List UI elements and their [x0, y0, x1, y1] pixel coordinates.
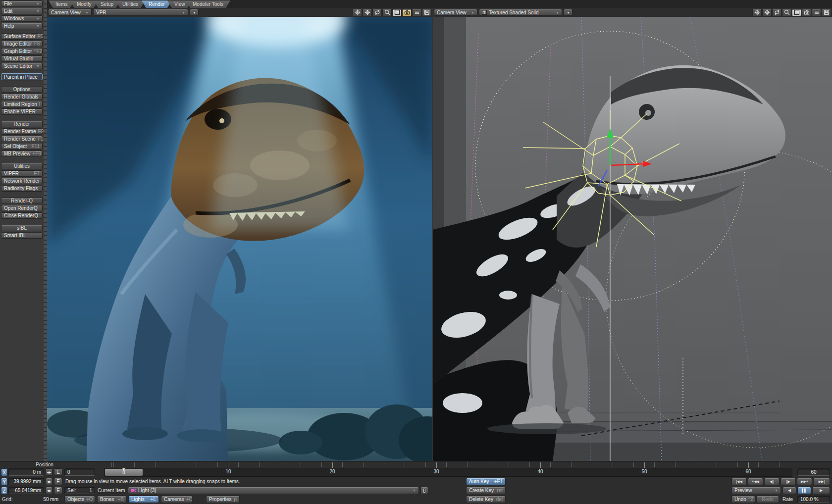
item-properties-icon[interactable]	[420, 487, 428, 494]
opengl-viewport[interactable]	[433, 17, 832, 461]
virtual-studio-button[interactable]: Virtual Studio	[1, 55, 43, 62]
maximize-icon[interactable]	[792, 9, 801, 16]
close-renderq-button[interactable]: Close RenderQ	[1, 212, 43, 219]
go-to-start-button[interactable]: |◀◀	[731, 478, 747, 485]
prev-key-button[interactable]: +◀◀	[748, 478, 763, 485]
position-z-field[interactable]: -65.0419mm	[8, 487, 44, 494]
camera-icon[interactable]	[802, 9, 811, 16]
edit-menu[interactable]: Edit▼	[1, 8, 43, 14]
selection-count-field[interactable]: Sel:1	[64, 487, 95, 494]
render-frame-button[interactable]: Render FrameF9	[1, 128, 43, 135]
axis-y-button[interactable]: Y	[1, 478, 7, 486]
save-icon[interactable]	[822, 9, 831, 16]
stepper-icon[interactable]: ◀▶	[46, 487, 52, 494]
tab-modeler-tools[interactable]: Modeler Tools	[186, 0, 230, 8]
network-render-button[interactable]: Network Render	[1, 178, 43, 184]
rate-field[interactable]: 100.0 %	[797, 496, 830, 503]
menu-icon[interactable]	[412, 9, 421, 16]
step-back-button[interactable]: ◀||	[764, 478, 780, 485]
left-viewport-icons	[353, 9, 431, 16]
current-frame-field[interactable]: 0	[64, 468, 95, 476]
objects-button[interactable]: Objects+O	[64, 496, 95, 503]
tab-utilities[interactable]: Utilities	[115, 0, 145, 8]
windows-menu[interactable]: Windows▼	[1, 15, 43, 22]
move-icon[interactable]	[363, 9, 372, 16]
go-to-end-button[interactable]: ▶▶|	[813, 478, 830, 485]
undo-button[interactable]: Undo^Z	[731, 496, 755, 503]
position-y-field[interactable]: 39.9992 mm	[8, 478, 44, 485]
envelope-y-button[interactable]: E	[54, 478, 62, 485]
envelope-z-button[interactable]: E	[54, 487, 62, 494]
vpr-render-viewport[interactable]	[47, 17, 432, 461]
render-globals-button[interactable]: Render Globals	[1, 94, 43, 100]
image-editor-button[interactable]: Image EditorF6	[1, 41, 43, 47]
tab-modify[interactable]: Modify	[70, 0, 98, 8]
axis-x-button[interactable]: X	[1, 468, 7, 476]
radiosity-flags-button[interactable]: Radiosity Flags	[1, 185, 43, 192]
open-renderq-button[interactable]: Open RenderQ	[1, 205, 43, 211]
render-scene-button[interactable]: Render SceneF10	[1, 136, 43, 142]
current-item-dropdown[interactable]: Light (3)▼	[128, 487, 419, 494]
file-menu[interactable]: File▼	[1, 0, 43, 7]
parent-in-place-button[interactable]: Parent in Place	[1, 73, 43, 80]
pan-icon[interactable]	[752, 9, 762, 16]
lights-button[interactable]: Lights+L	[128, 496, 159, 503]
save-icon[interactable]	[422, 9, 431, 16]
properties-button[interactable]: Propertiesp	[206, 496, 240, 503]
cameras-button[interactable]: Cameras+C	[161, 496, 193, 503]
enable-viper-button[interactable]: Enable VIPER	[1, 108, 43, 115]
surface-editor-button[interactable]: Surface EditorF5	[1, 33, 43, 40]
left-shading-dropdown[interactable]: VPR▼	[93, 9, 188, 16]
stepper-icon[interactable]: ◀▶	[46, 478, 52, 485]
rotate-icon[interactable]	[372, 9, 382, 16]
right-shading-dropdown[interactable]: TTextured Shaded Solid▼	[479, 9, 562, 16]
auto-key-button[interactable]: Auto Key+F1	[466, 478, 506, 485]
envelope-x-button[interactable]: E	[54, 468, 62, 476]
graph-editor-button[interactable]: Graph Editor^F2	[1, 48, 43, 54]
menu-icon[interactable]	[812, 9, 821, 16]
play-button[interactable]: ▶	[812, 487, 830, 494]
move-icon[interactable]	[762, 9, 772, 16]
play-reverse-button[interactable]: ◀	[782, 487, 796, 494]
maximize-icon[interactable]	[392, 9, 402, 16]
timeline-ruler[interactable]	[104, 462, 792, 467]
axis-z-button[interactable]: Z	[1, 487, 7, 495]
chevron-down-icon: ▼	[773, 489, 778, 492]
left-shading-options-dropdown[interactable]: ▼	[190, 9, 199, 16]
tab-render[interactable]: Render	[142, 0, 172, 8]
create-key-button[interactable]: Create Keyret	[466, 487, 506, 494]
limited-region-button[interactable]: Limited Regionl	[1, 101, 43, 107]
help-menu[interactable]: Help▼	[1, 23, 43, 29]
next-key-button[interactable]: ▶▶+	[797, 478, 812, 485]
camera-icon[interactable]	[402, 9, 412, 16]
main-tab-bar: Items Modify Setup Utilities Render View…	[47, 0, 832, 8]
preview-dropdown[interactable]: Preview▼	[731, 487, 781, 494]
right-view-type-dropdown[interactable]: Camera View▼	[434, 9, 477, 16]
chevron-down-icon: ▼	[34, 17, 40, 20]
section-render: Render	[1, 121, 43, 127]
end-frame-field[interactable]: 60	[797, 468, 830, 476]
position-panel-title: Position	[15, 462, 74, 467]
scene-editor-button[interactable]: Scene Editor▼	[1, 63, 43, 69]
zoom-icon[interactable]	[382, 9, 392, 16]
viper-button[interactable]: VIPERF7	[1, 170, 43, 177]
pause-button[interactable]: ▌▌	[797, 487, 811, 494]
section-utilities: Utilities	[1, 163, 43, 169]
smart-ibl-button[interactable]: Smart IBL	[1, 232, 43, 239]
rotate-icon[interactable]	[772, 9, 781, 16]
stepper-icon[interactable]: ◀▶	[46, 468, 52, 476]
section-render-q: Render-Q	[1, 198, 43, 204]
position-x-field[interactable]: 0 m	[8, 468, 44, 476]
right-shading-options-dropdown[interactable]: ▼	[564, 9, 572, 16]
pan-icon[interactable]	[353, 9, 362, 16]
bones-button[interactable]: Bones+B	[97, 496, 127, 503]
mb-preview-button[interactable]: MB Preview+F9	[1, 151, 43, 157]
sel-object-button[interactable]: Sel ObjectF11	[1, 143, 43, 150]
delete-key-button[interactable]: Delete Keydel	[466, 496, 506, 503]
left-view-type-dropdown[interactable]: Camera View▼	[48, 9, 92, 16]
right-viewport-header: Camera View▼ TTextured Shaded Solid▼ ▼	[433, 8, 832, 17]
sidebar-splitter[interactable]	[44, 0, 47, 504]
redo-button[interactable]: Redo	[756, 496, 779, 503]
step-forward-button[interactable]: ||▶	[780, 478, 796, 485]
zoom-icon[interactable]	[782, 9, 791, 16]
